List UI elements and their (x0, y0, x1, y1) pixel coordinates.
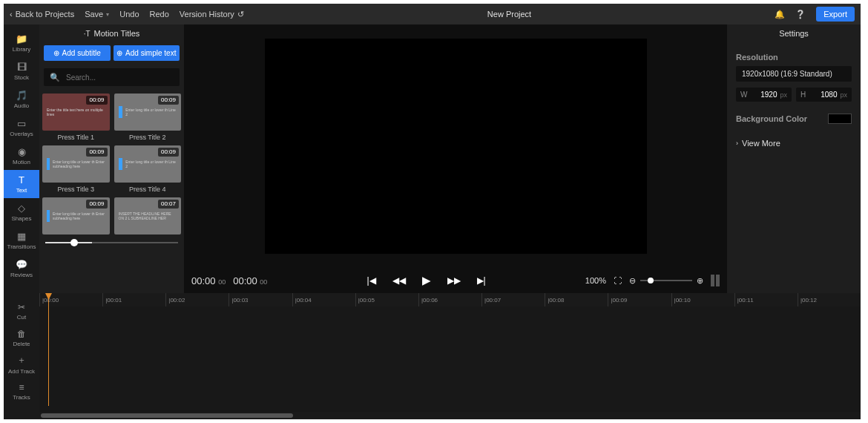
ruler-tick: |00:03 (228, 293, 292, 306)
chevron-right-icon: › (736, 140, 738, 147)
reviews-icon: 💬 (16, 259, 27, 270)
nav-overlays[interactable]: ▭Overlays (4, 114, 39, 142)
fullscreen-icon[interactable]: ⛶ (614, 276, 622, 285)
thumbnail-zoom-slider[interactable] (39, 235, 184, 251)
search-input[interactable] (66, 73, 174, 82)
stock-icon: 🎞 (17, 62, 27, 73)
preview-area (184, 24, 727, 268)
title-tile[interactable]: Enter long title or lower th Line 200:09… (114, 145, 182, 193)
ruler-tick: |00:08 (545, 293, 608, 306)
nav-text[interactable]: TText (4, 170, 39, 198)
nav-shapes[interactable]: ◇Shapes (4, 198, 39, 226)
back-to-projects-button[interactable]: ‹ Back to Projects (10, 10, 74, 19)
tl-tool-label: Add Track (8, 368, 35, 375)
bell-icon[interactable]: 🔔 (775, 10, 785, 19)
undo-button[interactable]: Undo (119, 10, 139, 19)
add-simple-text-button[interactable]: ⊕ Add simple text (114, 45, 180, 61)
title-tile[interactable]: INSERT THE HEADLINE HERE ON 2 L SUBHEADL… (114, 197, 182, 235)
tl-tool-cut[interactable]: ✂Cut (4, 298, 39, 324)
playhead[interactable] (48, 293, 49, 406)
play-icon[interactable]: ▶ (422, 274, 431, 287)
duration-badge: 00:09 (158, 148, 179, 157)
title-tile[interactable]: Enter the title text here on multiple li… (42, 94, 110, 141)
skip-back-icon[interactable]: |◀ (366, 275, 375, 286)
view-more-label: View More (742, 139, 780, 148)
bg-color-swatch[interactable] (828, 114, 852, 124)
nav-audio[interactable]: 🎵Audio (4, 85, 39, 114)
tile-thumb: Enter the title text here on multiple li… (42, 94, 110, 131)
resolution-select[interactable]: 1920x1080 (16:9 Standard) (736, 66, 852, 82)
duration-badge: 00:09 (86, 148, 107, 157)
title-tile[interactable]: Enter long title or lower th Enter subhe… (42, 145, 110, 193)
timeline-scrollbar[interactable] (39, 412, 861, 419)
chevron-left-icon: ‹ (10, 10, 13, 19)
zoom-value: 100% (585, 276, 606, 285)
redo-button[interactable]: Redo (150, 10, 169, 19)
nav-stock[interactable]: 🎞Stock (4, 57, 39, 85)
nav-label: Library (13, 46, 30, 53)
nav-reviews[interactable]: 💬Reviews (4, 255, 39, 283)
history-icon: ↺ (237, 10, 244, 19)
add-subtitle-label: Add subtitle (62, 49, 101, 57)
audio-meter (711, 275, 720, 286)
save-button[interactable]: Save ▾ (85, 10, 109, 19)
nav-motion[interactable]: ◉Motion (4, 142, 39, 170)
nav-label: Reviews (10, 272, 33, 278)
nav-transitions[interactable]: ▦Transitions (4, 226, 39, 255)
nav-label: Shapes (11, 215, 31, 222)
overlays-icon: ▭ (17, 118, 26, 129)
time-total: 00:00 00 (233, 275, 267, 286)
add track-icon: ＋ (17, 354, 26, 367)
zoom-out-icon[interactable]: ⊖ (629, 276, 636, 286)
ruler-tick: |00:10 (671, 293, 734, 306)
sidenav: 📁Library🎞Stock🎵Audio▭Overlays◉MotionTTex… (4, 24, 39, 293)
cut-icon: ✂ (18, 302, 25, 312)
settings-title: Settings (736, 24, 852, 42)
version-history-button[interactable]: Version History ↺ (180, 10, 244, 19)
timeline-tracks[interactable] (39, 306, 861, 412)
skip-forward-icon[interactable]: ▶| (477, 275, 486, 286)
duration-badge: 00:09 (86, 96, 107, 105)
tile-thumb: Enter long title or lower th Line 200:09 (114, 145, 182, 183)
tl-tool-add-track[interactable]: ＋Add Track (4, 351, 39, 378)
topbar: ‹ Back to Projects Save ▾ Undo Redo Vers… (4, 4, 861, 24)
preview-canvas[interactable] (265, 39, 647, 254)
nav-label: Overlays (10, 131, 33, 137)
view-more-button[interactable]: › View More (736, 139, 852, 148)
export-button[interactable]: Export (816, 7, 855, 22)
height-field[interactable]: H 1080 px (796, 88, 852, 102)
title-tile[interactable]: Enter long title or lower th Line 200:09… (114, 94, 182, 141)
title-tile[interactable]: Enter long title or lower th Enter subhe… (42, 197, 110, 235)
ruler-tick: |00:11 (734, 293, 798, 306)
nav-library[interactable]: 📁Library (4, 29, 39, 57)
search-input-wrap[interactable]: 🔍 (44, 68, 180, 86)
title-grid: Enter the title text here on multiple li… (39, 91, 184, 235)
time-current: 00:00 00 (191, 275, 226, 286)
tl-tool-delete[interactable]: 🗑Delete (4, 324, 39, 351)
search-icon: 🔍 (50, 73, 60, 82)
player-controls: 00:00 00 00:00 00 |◀ ◀◀ ▶ ▶▶ ▶| 100% ⛶ ⊖ (184, 268, 727, 293)
timeline-ruler[interactable]: |00:00|00:01|00:02|00:03|00:04|00:05|00:… (39, 293, 861, 306)
rewind-icon[interactable]: ◀◀ (392, 275, 406, 286)
motion-icon: ◉ (18, 146, 26, 157)
zoom-in-icon[interactable]: ⊕ (697, 276, 703, 286)
zoom-slider[interactable] (640, 280, 692, 281)
tile-name: Press Title 3 (42, 186, 110, 193)
tile-thumb: Enter long title or lower th Enter subhe… (42, 197, 110, 235)
audio-icon: 🎵 (16, 90, 27, 101)
duration-badge: 00:09 (86, 200, 107, 209)
nav-label: Stock (14, 74, 29, 81)
ruler-tick: |00:12 (798, 293, 861, 306)
ruler-tick: |00:02 (165, 293, 228, 306)
transitions-icon: ▦ (17, 231, 26, 242)
tl-tool-label: Tracks (13, 394, 30, 401)
width-field[interactable]: W 1920 px (736, 88, 792, 102)
project-title: New Project (244, 10, 775, 19)
nav-label: Text (16, 187, 27, 194)
add-subtitle-button[interactable]: ⊕ Add subtitle (44, 45, 111, 61)
fast-forward-icon[interactable]: ▶▶ (447, 275, 461, 286)
ruler-tick: |00:07 (481, 293, 545, 306)
help-icon[interactable]: ❔ (795, 10, 806, 19)
tl-tool-tracks[interactable]: ≡Tracks (4, 378, 39, 404)
text-icon: ·T (84, 30, 91, 38)
